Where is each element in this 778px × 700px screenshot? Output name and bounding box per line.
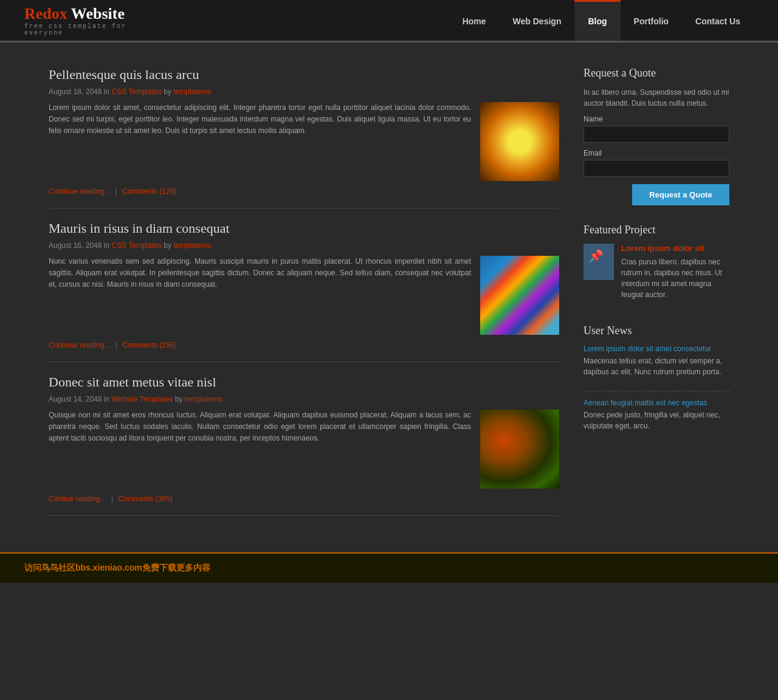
request-quote-button[interactable]: Request a Quote — [632, 184, 729, 205]
featured-project-title: Lorem ipsum dolor sit — [621, 244, 729, 253]
post-2-links: Continue reading... | Comments (256) — [49, 341, 559, 349]
post-2-title: Mauris in risus in diam consequat — [49, 221, 559, 236]
post-3-date: August 14, 2048 — [49, 395, 102, 403]
nav-portfolio[interactable]: Portfolio — [621, 0, 683, 41]
divider-2 — [49, 362, 559, 362]
post-1-body: Lorem ipsum dolor sit amet, consectetur … — [49, 102, 559, 181]
pencils-image — [480, 256, 559, 335]
post-1-author[interactable]: templatemo — [173, 88, 212, 96]
user-news-section: User News Lorem ipsum dolor sit amet con… — [584, 324, 729, 445]
footer: 访问鸟鸟社区bbs.xieniao.com免费下载更多内容 — [0, 552, 778, 583]
post-3: Donec sit amet metus vitae nisl August 1… — [49, 374, 559, 503]
news-2-desc: Donec pede justo, fringilla vel, aliquet… — [584, 410, 729, 431]
name-input[interactable] — [584, 126, 729, 143]
nav-blog[interactable]: Blog — [574, 0, 620, 41]
post-1-date: August 18, 2048 — [49, 88, 102, 96]
post-3-body: Quisque non mi sit amet eros rhoncus luc… — [49, 410, 559, 489]
nav-web-design[interactable]: Web Design — [500, 0, 575, 41]
flower-image — [480, 102, 559, 181]
logo-subtitle: free css template for everyone — [24, 23, 158, 36]
post-1: Pellentesque quis lacus arcu August 18, … — [49, 67, 559, 196]
main-nav: Home Web Design Blog Portfolio Contact U… — [158, 0, 754, 41]
featured-project-image — [584, 244, 614, 280]
page-wrapper: Pellentesque quis lacus arcu August 18, … — [36, 43, 742, 540]
post-3-category[interactable]: Website Templates — [111, 395, 173, 403]
post-3-title: Donec sit amet metus vitae nisl — [49, 374, 559, 390]
post-3-continue[interactable]: Contiue reading... — [49, 495, 106, 503]
divider-1 — [49, 208, 559, 208]
post-3-image — [480, 410, 559, 489]
divider-3 — [49, 515, 559, 516]
post-1-category[interactable]: CSS Templates — [111, 88, 161, 96]
post-2-comments[interactable]: Comments (256) — [122, 341, 176, 349]
post-2-meta: August 16, 2048 in CSS Templates by temp… — [49, 241, 559, 250]
post-2-category[interactable]: CSS Templates — [111, 241, 161, 250]
email-label: Email — [584, 149, 729, 157]
news-item-2: Aenean feugiat mattis est nec egestas Do… — [584, 399, 729, 445]
post-3-divider: | — [111, 495, 113, 503]
post-1-excerpt: Lorem ipsum dolor sit amet, consectetur … — [49, 102, 471, 137]
post-1-meta: August 18, 2048 in CSS Templates by temp… — [49, 88, 559, 96]
post-2-image — [480, 256, 559, 335]
nav-contact[interactable]: Contact Us — [682, 0, 754, 41]
footer-text: 访问鸟鸟社区bbs.xieniao.com免费下载更多内容 — [24, 563, 754, 574]
news-2-link[interactable]: Aenean feugiat mattis est nec egestas — [584, 399, 729, 407]
logo-title: Redox Website — [24, 5, 158, 23]
news-1-desc: Maecenas tellus erat, dictum vel semper … — [584, 355, 729, 377]
quote-section: Request a Quote In ac libero urna. Suspe… — [584, 67, 729, 205]
email-input[interactable] — [584, 160, 729, 177]
quote-description: In ac libero urna. Suspendisse sed odio … — [584, 87, 729, 109]
featured-project: Lorem ipsum dolor sit Cras purus libero,… — [584, 244, 729, 306]
post-1-image — [480, 102, 559, 181]
news-item-1: Lorem ipsum dolor sit amet consectetur M… — [584, 345, 729, 391]
post-2-author[interactable]: templatemo — [173, 241, 212, 250]
post-2-date: August 16, 2048 — [49, 241, 102, 250]
post-3-excerpt: Quisque non mi sit amet eros rhoncus luc… — [49, 410, 471, 445]
name-label: Name — [584, 115, 729, 123]
post-3-links: Contiue reading... | Comments (365) — [49, 495, 559, 503]
post-3-author[interactable]: templatemo — [185, 395, 223, 403]
post-2: Mauris in risus in diam consequat August… — [49, 221, 559, 349]
post-1-comments[interactable]: Comments (128) — [122, 187, 176, 196]
sidebar: Request a Quote In ac libero urna. Suspe… — [584, 67, 729, 528]
featured-project-desc: Cras purus libero, dapibus nec rutrum in… — [621, 256, 729, 300]
post-1-title: Pellentesque quis lacus arcu — [49, 67, 559, 83]
post-2-continue[interactable]: Continue reading... — [49, 341, 110, 349]
post-2-divider: | — [115, 341, 117, 349]
featured-project-text: Lorem ipsum dolor sit Cras purus libero,… — [621, 244, 729, 306]
name-field-group: Name — [584, 115, 729, 143]
post-3-comments[interactable]: Comments (365) — [119, 495, 173, 503]
email-field-group: Email — [584, 149, 729, 177]
main-content: Pellentesque quis lacus arcu August 18, … — [49, 67, 559, 528]
nav-home[interactable]: Home — [449, 0, 500, 41]
header: Redox Website free css template for ever… — [0, 0, 778, 43]
post-1-divider: | — [115, 187, 117, 196]
logo-red: Redox — [24, 5, 67, 22]
featured-section: Featured Project Lorem ipsum dolor sit C… — [584, 224, 729, 306]
news-1-link[interactable]: Lorem ipsum dolor sit amet consectetur — [584, 345, 729, 353]
post-1-links: Continue reading... | Comments (128) — [49, 187, 559, 196]
post-3-meta: August 14, 2048 in Website Templates by … — [49, 395, 559, 403]
post-2-body: Nunc varius venenatis sem sed adipiscing… — [49, 256, 559, 335]
logo-white: Website — [67, 5, 125, 22]
quote-title: Request a Quote — [584, 67, 729, 80]
user-news-title: User News — [584, 324, 729, 337]
butterfly-image — [480, 410, 559, 489]
post-1-continue[interactable]: Continue reading... — [49, 187, 110, 196]
post-2-excerpt: Nunc varius venenatis sem sed adipiscing… — [49, 256, 471, 291]
featured-title: Featured Project — [584, 224, 729, 236]
logo: Redox Website free css template for ever… — [24, 5, 158, 36]
